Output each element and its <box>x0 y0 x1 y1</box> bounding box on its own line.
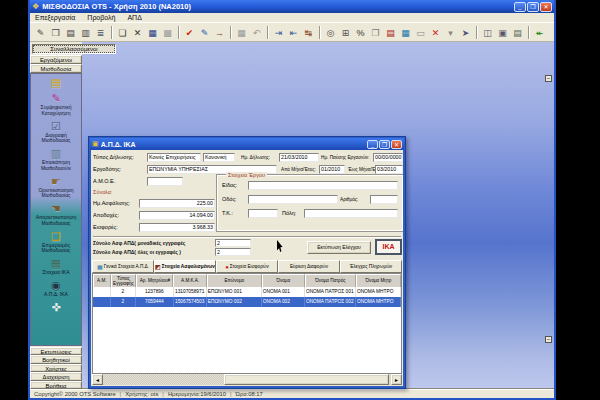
grid-header-2[interactable]: Αρ. Μητρώου# <box>136 274 173 287</box>
delete-row-icon[interactable]: ✕ <box>428 25 443 40</box>
employee-transfer-icon[interactable]: ↹ <box>301 25 316 40</box>
tab-3[interactable]: Εύρεση Διαφορών <box>278 260 340 273</box>
maximize-button-icon[interactable]: ❐ <box>527 2 539 12</box>
sidebar-group-bottom-1[interactable]: Βοηθητικοί <box>30 355 82 363</box>
confirm-icon[interactable]: ✔ <box>182 25 197 40</box>
grid-header-7[interactable]: Όνομα Μητρ <box>356 274 401 287</box>
delete-payroll-tool[interactable]: ☑Διαγραφή Μισθοδοσίας <box>31 120 81 145</box>
scroll-track[interactable] <box>103 374 391 385</box>
tab-0[interactable]: ▦Γενικά Στοιχεία Α.Π.Δ. <box>92 260 154 273</box>
delete-record-icon[interactable]: ✕ <box>130 25 145 40</box>
grid-header-1[interactable]: Τύπος Εγγραφής <box>111 274 137 287</box>
windows-cascade-icon[interactable]: ❒ <box>48 25 63 40</box>
to-field[interactable]: 03/2010 <box>375 165 403 174</box>
grid-icon[interactable]: ⊞ <box>338 25 353 40</box>
color-table-icon[interactable]: ▦ <box>398 25 413 40</box>
decl-date-field[interactable]: 21/03/2010 <box>279 153 319 162</box>
cease-field[interactable]: 00/00/0000 <box>373 153 403 162</box>
print-check-button[interactable]: Εκτύπωση Ελέγχου <box>307 241 371 254</box>
from-field[interactable]: 01/2010 <box>319 165 345 174</box>
postal-field[interactable] <box>248 209 278 218</box>
chart-icon[interactable]: ◫ <box>480 25 495 40</box>
menu-item-1[interactable]: Προβολή <box>87 14 115 21</box>
offset-entry-tool[interactable]: ✎Συμψηφιστική Καταχώρηση <box>31 92 81 117</box>
mouse-tool[interactable]: ✜ <box>31 301 81 314</box>
menu-item-0[interactable]: Επεξεργασία <box>35 14 75 21</box>
tab-2[interactable]: ●Στοιχεία Εισφορών <box>216 260 278 273</box>
minimize-button-icon[interactable]: _ <box>367 140 378 149</box>
revert-icon[interactable]: ▩ <box>160 25 175 40</box>
employee-out-icon[interactable]: ⇤ <box>286 25 301 40</box>
maximize-button-icon[interactable]: ❐ <box>379 140 390 149</box>
dropdown-icon[interactable]: ▾ <box>443 25 458 40</box>
windows-tile-vertical-icon[interactable]: ▥ <box>78 25 93 40</box>
minimize-button-icon[interactable]: _ <box>514 2 526 12</box>
scroll-thumb[interactable] <box>224 374 389 385</box>
table-row[interactable]: 2705944415067574503ΕΠΩΝΥΜΟ 002ΟΝΟΜΑ 002Ο… <box>93 297 401 307</box>
scroll-left-icon[interactable]: ◄ <box>92 374 103 385</box>
sidebar-group-bottom-0[interactable]: Εκτυπώσεις <box>30 347 82 355</box>
ika-button[interactable]: ΙΚΑ <box>375 239 402 255</box>
book-icon[interactable]: ▤ <box>510 25 525 40</box>
windows-tile-horizontal-icon[interactable]: ▤ <box>63 25 78 40</box>
table-row[interactable]: 2123789613107058971ΕΠΩΝΥΜΟ 001ΟΝΟΜΑ 001Ο… <box>93 287 401 297</box>
earnings-field[interactable]: 14.094.00 <box>139 211 215 220</box>
collapse-top-button[interactable]: − <box>545 75 552 82</box>
tab-1[interactable]: ◩Στοιχεία Ασφαλισμένων <box>154 260 216 273</box>
sidebar-group-synallassomenoi[interactable]: Συναλλασσόμενοι <box>32 44 116 54</box>
sidebar-group-bottom-2[interactable]: Χρήστες <box>30 364 82 372</box>
table-icon[interactable]: ▦ <box>234 25 249 40</box>
review-payroll-tool[interactable]: ▥Επισκόπηση Μισθοδοσιών <box>31 147 81 172</box>
city-field[interactable] <box>304 209 398 218</box>
title-bar[interactable]: ❖ ΜΙΣΘΟΔΟΣΙΑ OTS - Χρήση 2010 (ΝΑ2010) _… <box>30 0 554 13</box>
notes-icon[interactable]: ✎ <box>33 25 48 40</box>
tab-4[interactable]: Έλεγχος Πληρωμών <box>340 260 402 273</box>
sidebar-group-top-1[interactable]: Μισθοδοσία <box>30 64 82 73</box>
ika-data-tool[interactable]: ▦Στοιχεία ΙΚΑ <box>31 257 81 276</box>
type-field[interactable]: Κοινές Επιχειρήσεις <box>147 153 201 162</box>
contributions-field[interactable]: 3.968.33 <box>139 223 215 232</box>
percent-icon[interactable]: % <box>353 25 368 40</box>
sidebar-group-bottom-3[interactable]: Διαχείριση <box>30 372 82 380</box>
grid-header-4[interactable]: Επώνυμο <box>207 274 262 287</box>
record-icon[interactable]: ◎ <box>323 25 338 40</box>
organizer-icon[interactable]: ≣ <box>93 25 108 40</box>
number-field[interactable] <box>370 195 398 204</box>
new-record-icon[interactable]: ❏ <box>115 25 130 40</box>
street-field[interactable] <box>248 195 338 204</box>
close-form-icon[interactable]: → <box>212 25 227 40</box>
sidebar-group-top-0[interactable]: Εργαζόμενοι <box>30 55 82 64</box>
kind-field[interactable] <box>248 181 398 190</box>
print-icon[interactable]: ▣ <box>495 25 510 40</box>
close-button-icon[interactable]: ✕ <box>540 2 552 12</box>
grid-header-6[interactable]: Όνομα Πατρός <box>305 274 356 287</box>
payroll-database-tool[interactable]: ▤ <box>31 76 81 89</box>
amoe-field[interactable] <box>147 177 183 186</box>
dialog-title-bar[interactable]: ▣ Α.Π.Δ. ΙΚΑ _❐✕ <box>90 138 404 150</box>
sum-all-field[interactable]: 2 <box>215 248 251 256</box>
edit-icon[interactable]: ✎ <box>197 25 212 40</box>
save-icon[interactable]: ▦ <box>145 25 160 40</box>
grid-hscrollbar[interactable]: ◄ ► <box>92 374 402 385</box>
finalize-payroll-tool[interactable]: ☛Οριστικοποίηση Μισθοδοσίας <box>31 175 81 200</box>
employee-in-icon[interactable]: ⇥ <box>271 25 286 40</box>
definalize-payroll-tool[interactable]: ☚Αποριστικοποίηση Μισθοδοσίας <box>31 202 81 227</box>
copy-icon[interactable]: ❐ <box>368 25 383 40</box>
blank-icon[interactable]: ▭ <box>413 25 428 40</box>
sidebar-group-bottom-4[interactable]: Βοήθεια <box>30 381 82 389</box>
exit-app-icon[interactable]: ↞ <box>532 25 547 40</box>
sum-unique-field[interactable]: 2 <box>215 239 251 247</box>
grid-header-0[interactable]: Α.Μ. <box>93 274 111 287</box>
allocate-payroll-tool[interactable]: ❑Επιμερισμός Μισθοδοσίας <box>31 230 81 255</box>
insurance-days-field[interactable]: 225.00 <box>139 199 215 208</box>
apd-ika-tool[interactable]: ◉Α.Π.Δ. ΙΚΑ <box>31 279 81 298</box>
type-kind-field[interactable]: Κανονική <box>203 153 235 162</box>
close-button-icon[interactable]: ✕ <box>391 140 402 149</box>
database-icon[interactable]: ▤ <box>383 25 398 40</box>
menu-item-2[interactable]: ΑΠΔ <box>127 14 141 21</box>
scroll-right-icon[interactable]: ► <box>391 374 402 385</box>
undo-icon[interactable]: ↶ <box>249 25 264 40</box>
collapse-bottom-button[interactable]: − <box>545 336 552 343</box>
grid-header-5[interactable]: Όνομα <box>262 274 305 287</box>
locate-icon[interactable]: ➤ <box>458 25 473 40</box>
